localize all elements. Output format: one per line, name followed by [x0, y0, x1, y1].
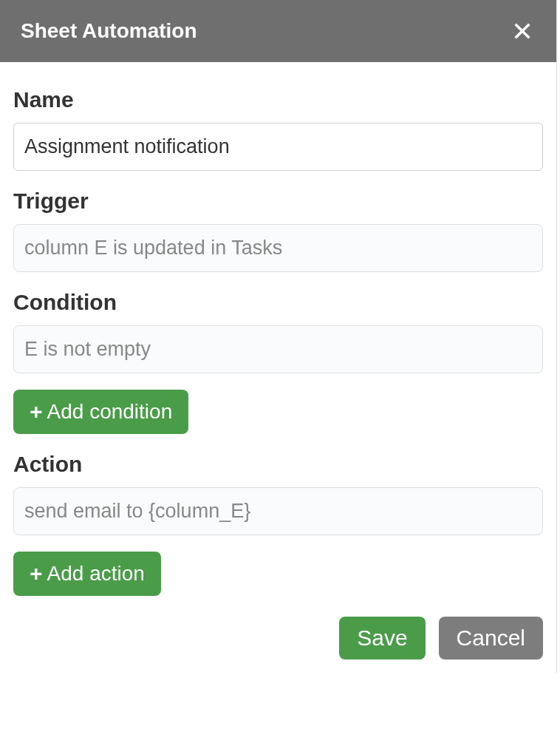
trigger-label: Trigger [13, 189, 543, 214]
add-action-label: Add action [47, 562, 145, 586]
cancel-button[interactable]: Cancel [439, 617, 543, 660]
action-label: Action [13, 452, 543, 477]
condition-field[interactable]: E is not empty [13, 325, 543, 373]
add-condition-button[interactable]: + Add condition [13, 390, 188, 434]
sheet-automation-modal: Sheet Automation Name Trigger column E i… [0, 0, 557, 673]
condition-label: Condition [13, 290, 543, 315]
close-button[interactable] [509, 18, 536, 44]
close-icon [512, 21, 533, 41]
modal-header: Sheet Automation [0, 0, 556, 62]
save-button[interactable]: Save [339, 617, 425, 660]
modal-body: Name Trigger column E is updated in Task… [0, 62, 556, 673]
plus-icon: + [30, 563, 43, 585]
name-input[interactable] [13, 123, 543, 171]
action-field[interactable]: send email to {column_E} [13, 487, 543, 535]
plus-icon: + [30, 401, 43, 423]
modal-footer: Save Cancel [13, 617, 543, 660]
modal-title: Sheet Automation [21, 19, 197, 43]
add-condition-label: Add condition [47, 400, 173, 424]
add-action-button[interactable]: + Add action [13, 552, 161, 596]
name-label: Name [13, 87, 543, 112]
trigger-field[interactable]: column E is updated in Tasks [13, 224, 543, 272]
